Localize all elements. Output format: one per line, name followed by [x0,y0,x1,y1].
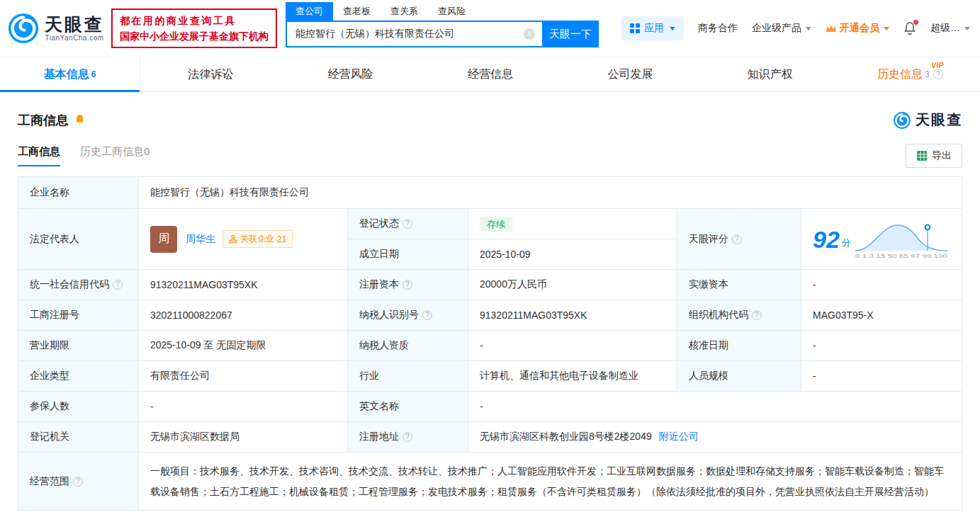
header-menu: 应用 商务合作 企业级产品 开通会员 [621,16,980,40]
value-english-name: - [468,392,962,422]
search-tabs: 查公司 查老板 查关系 查风险 [286,2,599,21]
menu-open-vip[interactable]: 开通会员 [826,22,889,35]
search-tab-company[interactable]: 查公司 [286,2,333,21]
grid-icon [630,23,640,33]
tab-company-development[interactable]: 公司发展 [561,57,700,91]
tab-operational-risk[interactable]: 经营风险 [281,57,420,91]
tab-basic-info-label: 基本信息 [44,67,89,82]
search-input-wrap [286,21,542,47]
value-company-type: 有限责任公司 [139,361,348,392]
related-companies-badge[interactable]: 关联企业 21 [223,230,293,248]
label-company-type: 企业类型 [18,361,139,392]
help-icon[interactable] [422,310,432,320]
menu-enterprise-products[interactable]: 企业级产品 [752,22,811,35]
value-approval-date: - [801,331,962,361]
tab-history-info-count: 3 [925,69,930,79]
help-icon[interactable] [752,310,762,320]
search-bar: 天眼一下 [286,21,599,47]
table-row: 参保人数 - 英文名称 - [18,392,962,422]
subtab-history-business-info[interactable]: 历史工商信息0 [80,145,150,166]
label-credit-code: 统一社会信用代码 [18,270,139,300]
label-approval-date: 核准日期 [677,331,801,361]
chevron-down-icon [884,27,889,30]
value-business-scope: 一般项目：技术服务、技术开发、技术咨询、技术交流、技术转让、技术推广；人工智能应… [139,453,962,511]
tab-legal-proceedings[interactable]: 法律诉讼 [140,57,280,91]
excel-icon [916,150,928,161]
legal-rep-avatar[interactable]: 周 [150,226,177,253]
search-tab-boss[interactable]: 查老板 [333,2,381,21]
table-row: 企业名称 能控智行（无锡）科技有限责任公司 [18,177,962,209]
value-tianyan-score[interactable]: 92分 0 1 3 15 50 65 97 99 100 [801,209,962,270]
tab-history-info-label: 历史信息 [877,67,923,82]
label-business-scope: 经营范围 [18,453,139,511]
menu-business-cooperation[interactable]: 商务合作 [698,22,738,35]
tianyancha-logo[interactable]: 天眼查 TianYanCha.com [7,12,104,45]
value-establish-date: 2025-10-09 [468,239,677,270]
svg-text:0 1 3 15 50 65 97 99 100: 0 1 3 15 50 65 97 99 100 [855,254,948,258]
search-tab-risk[interactable]: 查风险 [428,2,475,21]
tab-legal-proceedings-label: 法律诉讼 [188,67,233,82]
help-icon[interactable] [933,69,943,79]
label-paid-capital: 实缴资本 [677,270,801,300]
subtab-row: 工商信息 历史工商信息0 导出 [18,144,962,168]
value-reg-status: 存续 [468,209,677,239]
vip-badge: VIP [931,62,944,69]
value-credit-code: 91320211MAG03T95XK [139,270,348,300]
label-establish-date: 成立日期 [348,239,468,270]
monitor-bell-icon[interactable] [74,114,85,126]
notification-bell[interactable] [903,21,916,35]
export-button[interactable]: 导出 [906,144,962,168]
label-tianyan-score: 天眼评分 [677,209,801,270]
tab-company-development-label: 公司发展 [607,67,653,82]
label-org-code: 组织机构代码 [677,300,801,331]
table-row: 经营范围 一般项目：技术服务、技术开发、技术咨询、技术交流、技术转让、技术推广；… [18,453,962,511]
section-title: 工商信息 [18,112,69,129]
value-company-name: 能控智行（无锡）科技有限责任公司 [139,177,962,209]
slogan-line1: 都在用的商业查询工具 [120,13,269,28]
label-reg-number: 工商注册号 [18,300,139,331]
tab-intellectual-property[interactable]: 知识产权 [700,57,840,91]
search-input[interactable] [286,21,542,47]
legal-rep-name-link[interactable]: 周华生 [186,233,215,246]
help-icon[interactable] [113,280,123,290]
related-companies-label: 关联企业 [240,233,274,245]
label-reg-address: 注册地址 [348,422,468,453]
score-number: 92分 [813,227,851,251]
apps-label: 应用 [644,22,664,35]
tab-basic-info[interactable]: 基本信息6 [0,57,140,91]
tab-operational-risk-label: 经营风险 [328,67,373,82]
chevron-down-icon [670,27,675,30]
menu-super-vip[interactable]: 超级… [930,22,970,35]
tab-business-info[interactable]: 经营信息 [420,57,560,91]
tab-history-info[interactable]: VIP 历史信息3 [840,57,980,91]
value-industry: 计算机、通信和其他电子设备制造业 [468,361,677,392]
business-info-table: 企业名称 能控智行（无锡）科技有限责任公司 法定代表人 周 周华生 [18,176,962,511]
tianyancha-logo-icon [7,12,40,45]
label-staff-size: 人员规模 [677,361,801,392]
value-reg-number: 320211000822067 [139,300,348,331]
search-tab-relation[interactable]: 查关系 [381,2,428,21]
page: 天眼查 TianYanCha.com 都在用的商业查询工具 国家中小企业发展子基… [0,0,980,529]
search-area: 查公司 查老板 查关系 查风险 天眼一下 [286,2,599,47]
table-row: 法定代表人 周 周华生 [18,209,962,239]
label-english-name: 英文名称 [348,392,468,422]
help-icon[interactable] [732,234,742,244]
tab-intellectual-property-label: 知识产权 [748,67,793,82]
clear-icon[interactable] [524,28,535,40]
subtab-business-info[interactable]: 工商信息 [18,145,60,166]
watermark-text: 天眼查 [916,110,962,130]
nearby-companies-link[interactable]: 附近公司 [659,431,699,442]
table-row: 企业类型 有限责任公司 行业 计算机、通信和其他电子设备制造业 人员规模 - [18,361,962,392]
help-icon[interactable] [402,280,412,290]
help-icon[interactable] [402,432,412,442]
search-button[interactable]: 天眼一下 [542,21,599,47]
help-icon[interactable] [73,477,83,487]
apps-button[interactable]: 应用 [621,16,684,40]
table-row: 营业期限 2025-10-09 至 无固定期限 纳税人资质 - 核准日期 - [18,331,962,361]
notification-dot [913,20,918,25]
slogan-box: 都在用的商业查询工具 国家中小企业发展子基金旗下机构 [111,8,277,49]
table-row: 登记机关 无锡市滨湖区数据局 注册地址 无锡市滨湖区科教创业园8号楼2楼2049… [18,422,962,453]
help-icon[interactable] [402,219,412,229]
value-reg-authority: 无锡市滨湖区数据局 [139,422,348,453]
value-org-code: MAG03T95-X [801,300,962,331]
